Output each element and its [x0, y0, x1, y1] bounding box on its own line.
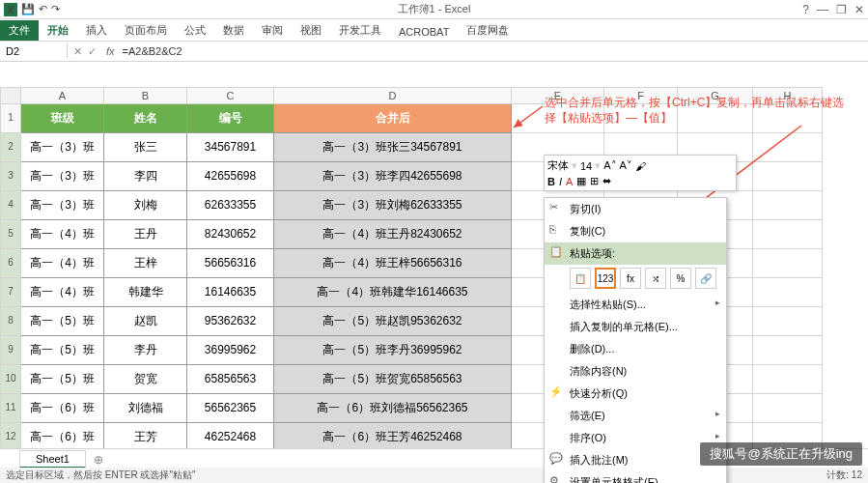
- sheet-tab[interactable]: Sheet1: [19, 450, 86, 469]
- cell[interactable]: 56562365: [187, 394, 274, 423]
- cell[interactable]: 65856563: [187, 365, 274, 394]
- menu-comment[interactable]: 💬插入批注(M): [545, 449, 726, 471]
- row-header[interactable]: 7: [0, 278, 21, 307]
- row-header[interactable]: 9: [0, 336, 21, 365]
- cell[interactable]: 62633355: [187, 191, 274, 220]
- tab-review[interactable]: 审阅: [253, 20, 292, 41]
- row-header[interactable]: 11: [0, 394, 21, 423]
- cell[interactable]: [753, 278, 823, 307]
- cell[interactable]: 高一（4）班: [21, 220, 104, 249]
- save-icon[interactable]: 💾: [21, 3, 35, 15]
- cell[interactable]: 56656316: [187, 249, 274, 278]
- cell[interactable]: 高一（3）班: [21, 191, 104, 220]
- cell[interactable]: 刘梅: [104, 191, 187, 220]
- cell[interactable]: [753, 307, 823, 336]
- cell[interactable]: [753, 162, 823, 191]
- menu-format-cells[interactable]: ⚙设置单元格格式(E)...: [545, 471, 726, 483]
- paste-transpose-button[interactable]: ⤭: [645, 268, 666, 289]
- enter-icon[interactable]: ✓: [88, 45, 97, 58]
- cell[interactable]: 王丹: [104, 220, 187, 249]
- row-header[interactable]: 3: [0, 162, 21, 191]
- font-name[interactable]: 宋体: [547, 158, 569, 173]
- cell[interactable]: 高一（5）班贺宽65856563: [274, 365, 512, 394]
- cell[interactable]: 李丹: [104, 336, 187, 365]
- close-icon[interactable]: ✕: [854, 3, 864, 16]
- tab-baidu[interactable]: 百度网盘: [458, 20, 518, 41]
- cell[interactable]: 赵凯: [104, 307, 187, 336]
- cell[interactable]: 王梓: [104, 249, 187, 278]
- spreadsheet-grid[interactable]: A B C D E F G H 12345678910111213 班级姓名编号…: [0, 87, 868, 481]
- row-header[interactable]: 10: [0, 365, 21, 394]
- redo-icon[interactable]: ↷: [51, 3, 60, 15]
- cell[interactable]: 高一（5）班: [21, 365, 104, 394]
- fill-color-icon[interactable]: ▦: [576, 175, 586, 187]
- cell[interactable]: [753, 220, 823, 249]
- cell[interactable]: 编号: [187, 104, 274, 133]
- cell[interactable]: [753, 365, 823, 394]
- formula-input[interactable]: =A2&B2&C2: [119, 45, 182, 57]
- tab-home[interactable]: 开始: [39, 20, 77, 41]
- decrease-font-icon[interactable]: A˅: [620, 159, 632, 172]
- cell[interactable]: 高一（3）班刘梅62633355: [274, 191, 512, 220]
- cell[interactable]: 高一（3）班张三34567891: [274, 133, 512, 162]
- cell[interactable]: [753, 191, 823, 220]
- cell[interactable]: 82430652: [187, 220, 274, 249]
- cell[interactable]: 高一（5）班赵凯95362632: [274, 307, 512, 336]
- col-header[interactable]: C: [187, 87, 274, 104]
- col-header[interactable]: B: [104, 87, 187, 104]
- menu-copy[interactable]: ⎘复制(C): [545, 220, 726, 242]
- cell[interactable]: 16146635: [187, 278, 274, 307]
- cell[interactable]: 高一（4）班: [21, 278, 104, 307]
- paste-formula-button[interactable]: fx: [620, 268, 641, 289]
- tab-data[interactable]: 数据: [214, 20, 253, 41]
- cell[interactable]: 高一（5）班李丹36995962: [274, 336, 512, 365]
- tab-view[interactable]: 视图: [292, 20, 330, 41]
- cell[interactable]: 36995962: [187, 336, 274, 365]
- cell[interactable]: 刘德福: [104, 394, 187, 423]
- menu-quick-analysis[interactable]: ⚡快速分析(Q): [545, 383, 726, 405]
- col-header[interactable]: A: [21, 87, 104, 104]
- merge-icon[interactable]: ⬌: [602, 175, 611, 187]
- restore-icon[interactable]: ❐: [836, 3, 847, 16]
- font-size[interactable]: 14: [580, 160, 592, 172]
- tab-formula[interactable]: 公式: [176, 20, 214, 41]
- select-all-corner[interactable]: [0, 87, 21, 104]
- help-icon[interactable]: ?: [802, 3, 809, 16]
- fx-icon[interactable]: fx: [102, 45, 119, 57]
- cell[interactable]: 合并后: [274, 104, 512, 133]
- menu-sort[interactable]: 排序(O)▸: [545, 427, 726, 449]
- cell[interactable]: 高一（3）班: [21, 133, 104, 162]
- format-painter-icon[interactable]: 🖌: [635, 160, 646, 172]
- cell[interactable]: 高一（3）班: [21, 162, 104, 191]
- row-header[interactable]: 2: [0, 133, 21, 162]
- cell[interactable]: 姓名: [104, 104, 187, 133]
- tab-file[interactable]: 文件: [0, 20, 39, 41]
- cell[interactable]: 高一（4）班王丹82430652: [274, 220, 512, 249]
- bold-button[interactable]: B: [547, 176, 555, 187]
- row-header[interactable]: 8: [0, 307, 21, 336]
- tab-layout[interactable]: 页面布局: [116, 20, 176, 41]
- cell[interactable]: 贺宽: [104, 365, 187, 394]
- menu-cut[interactable]: ✂剪切(I): [545, 198, 726, 220]
- paste-all-button[interactable]: 📋: [570, 268, 591, 289]
- row-header[interactable]: 4: [0, 191, 21, 220]
- minimize-icon[interactable]: —: [817, 3, 828, 16]
- cell[interactable]: 韩建华: [104, 278, 187, 307]
- paste-values-button[interactable]: 123: [595, 268, 616, 289]
- cell[interactable]: 高一（4）班韩建华16146635: [274, 278, 512, 307]
- cell[interactable]: 34567891: [187, 133, 274, 162]
- row-header[interactable]: 6: [0, 249, 21, 278]
- tab-dev[interactable]: 开发工具: [330, 20, 390, 41]
- cell[interactable]: 高一（6）班: [21, 394, 104, 423]
- cell[interactable]: 95362632: [187, 307, 274, 336]
- menu-delete[interactable]: 删除(D)...: [545, 338, 726, 360]
- cell[interactable]: 张三: [104, 133, 187, 162]
- menu-paste-special[interactable]: 选择性粘贴(S)...▸: [545, 294, 726, 316]
- cell[interactable]: 高一（3）班李四42655698: [274, 162, 512, 191]
- tab-acrobat[interactable]: ACROBAT: [390, 23, 458, 41]
- cell[interactable]: [753, 133, 823, 162]
- italic-button[interactable]: I: [559, 176, 562, 187]
- paste-link-button[interactable]: 🔗: [695, 268, 716, 289]
- cell[interactable]: 高一（5）班: [21, 336, 104, 365]
- font-color-icon[interactable]: A: [566, 176, 573, 187]
